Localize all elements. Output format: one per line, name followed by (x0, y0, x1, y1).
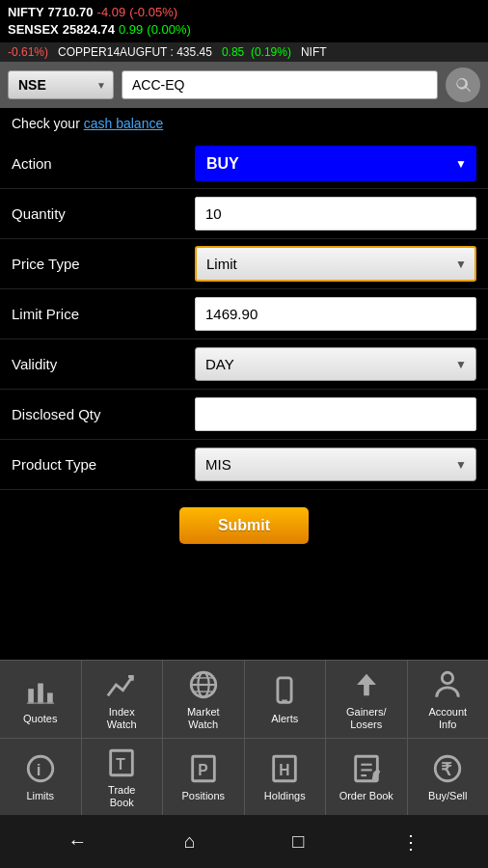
chart-icon (103, 666, 140, 703)
nav-item-trade-book[interactable]: T TradeBook (82, 739, 164, 815)
nav-item-account-info[interactable]: AccountInfo (408, 661, 489, 737)
price-type-control: Limit Market SL SL-M (195, 246, 476, 282)
sensex-price: 25824.74 (63, 21, 115, 39)
nav-item-order-book[interactable]: Order Book (326, 739, 408, 815)
rupee-icon: ₹ (429, 750, 466, 787)
price-type-wrapper[interactable]: Limit Market SL SL-M (195, 246, 476, 282)
nifty-label: NIFTY (8, 4, 44, 21)
symbol-bar: NSE BSE MCX (0, 62, 488, 108)
ticker-top: NIFTY 7710.70 -4.09 (-0.05%) SENSEX 2582… (0, 0, 488, 42)
cash-balance-text: Check your (12, 116, 84, 131)
exchange-select[interactable]: NSE BSE MCX (8, 70, 114, 99)
menu-button[interactable]: ⋮ (387, 823, 435, 861)
nav-label-quotes: Quotes (23, 713, 57, 725)
product-type-wrapper[interactable]: MIS CNC NRML (195, 448, 476, 481)
nav-label-alerts: Alerts (271, 713, 298, 725)
globe-icon (185, 666, 222, 703)
limit-price-control (195, 297, 476, 331)
order-form: Action BUY SELL Quantity Price Type Limi… (0, 139, 488, 498)
svg-rect-10 (282, 699, 287, 700)
arrows-icon (348, 666, 385, 703)
svg-point-12 (443, 673, 453, 684)
svg-rect-2 (47, 692, 53, 703)
price-type-label: Price Type (12, 256, 195, 272)
nav-row-1: Quotes IndexWatch MarketWatch Alerts (0, 660, 488, 737)
submit-button[interactable]: Submit (179, 507, 309, 544)
exchange-wrapper[interactable]: NSE BSE MCX (8, 70, 114, 99)
action-label: Action (12, 155, 195, 172)
svg-text:i: i (37, 761, 41, 779)
nav-label-gainers-losers: Gainers/Losers (346, 706, 387, 731)
action-row: Action BUY SELL (0, 139, 488, 189)
phone-icon (266, 673, 303, 710)
validity-row: Validity DAY IOC (0, 339, 488, 390)
search-icon (453, 75, 473, 95)
recent-button[interactable]: □ (278, 823, 318, 860)
nav-label-positions: Positions (181, 790, 225, 802)
nav-item-quotes[interactable]: Quotes (0, 661, 82, 737)
android-nav: ← ⌂ □ ⋮ (0, 815, 488, 868)
nav-item-positions[interactable]: P Positions (163, 739, 245, 815)
info-circle-icon: i (22, 750, 59, 787)
scroll-neg: -0.61%) (8, 45, 48, 59)
product-type-control: MIS CNC NRML (195, 448, 476, 481)
nav-label-buy-sell: Buy/Sell (428, 790, 467, 802)
svg-text:H: H (280, 762, 290, 778)
order-book-icon (348, 750, 385, 787)
svg-text:P: P (198, 762, 207, 778)
sensex-change: 0.99 (119, 21, 143, 39)
nav-label-order-book: Order Book (339, 790, 393, 802)
quantity-input[interactable] (195, 197, 476, 231)
quantity-row: Quantity (0, 189, 488, 239)
nav-label-market-watch: MarketWatch (187, 706, 220, 731)
nav-item-limits[interactable]: i Limits (0, 739, 82, 815)
cash-balance-bar: Check your cash balance (0, 108, 488, 139)
nav-row-2: i Limits T TradeBook P Positions H Holdi… (0, 738, 488, 815)
limit-price-label: Limit Price (12, 306, 195, 322)
cash-balance-link[interactable]: cash balance (84, 116, 164, 131)
validity-select[interactable]: DAY IOC (195, 347, 476, 381)
nav-item-gainers-losers[interactable]: Gainers/Losers (326, 661, 408, 737)
nav-item-market-watch[interactable]: MarketWatch (163, 661, 245, 737)
home-button[interactable]: ⌂ (170, 823, 210, 860)
nav-item-buy-sell[interactable]: ₹ Buy/Sell (408, 739, 489, 815)
bottom-nav: Quotes IndexWatch MarketWatch Alerts (0, 660, 488, 815)
product-type-row: Product Type MIS CNC NRML (0, 440, 488, 490)
validity-wrapper[interactable]: DAY IOC (195, 347, 476, 381)
price-type-select[interactable]: Limit Market SL SL-M (195, 246, 476, 282)
nifty-pct: (-0.05%) (129, 4, 177, 21)
sensex-label: SENSEX (8, 21, 59, 39)
limit-price-input[interactable] (195, 297, 476, 331)
product-type-label: Product Type (12, 456, 195, 473)
disclosed-qty-control (195, 397, 476, 431)
nav-label-trade-book: TradeBook (108, 784, 135, 809)
svg-rect-1 (38, 683, 43, 703)
svg-rect-9 (278, 678, 291, 703)
submit-row: Submit (0, 498, 488, 554)
positions-icon: P (185, 750, 222, 787)
nav-label-account-info: AccountInfo (428, 706, 467, 731)
symbol-input[interactable] (122, 70, 438, 99)
action-control: BUY SELL (195, 146, 476, 181)
disclosed-qty-row: Disclosed Qty (0, 390, 488, 440)
product-type-select[interactable]: MIS CNC NRML (195, 448, 476, 481)
validity-control: DAY IOC (195, 347, 476, 381)
back-button[interactable]: ← (53, 823, 101, 860)
limit-price-row: Limit Price (0, 289, 488, 339)
nifty-change: -4.09 (97, 4, 126, 21)
nav-item-holdings[interactable]: H Holdings (245, 739, 327, 815)
holdings-icon: H (266, 750, 303, 787)
price-type-row: Price Type Limit Market SL SL-M (0, 239, 488, 289)
action-select-wrapper[interactable]: BUY SELL (195, 146, 476, 181)
svg-marker-11 (357, 674, 376, 696)
action-select[interactable]: BUY SELL (195, 146, 476, 181)
disclosed-qty-label: Disclosed Qty (12, 406, 195, 422)
person-icon (429, 666, 466, 703)
disclosed-qty-input[interactable] (195, 397, 476, 431)
nifty-price: 7710.70 (48, 4, 94, 21)
nav-item-alerts[interactable]: Alerts (245, 661, 327, 737)
search-button[interactable] (446, 68, 480, 102)
nav-item-index-watch[interactable]: IndexWatch (82, 661, 164, 737)
nav-label-index-watch: IndexWatch (107, 706, 137, 731)
quantity-control (195, 197, 476, 231)
